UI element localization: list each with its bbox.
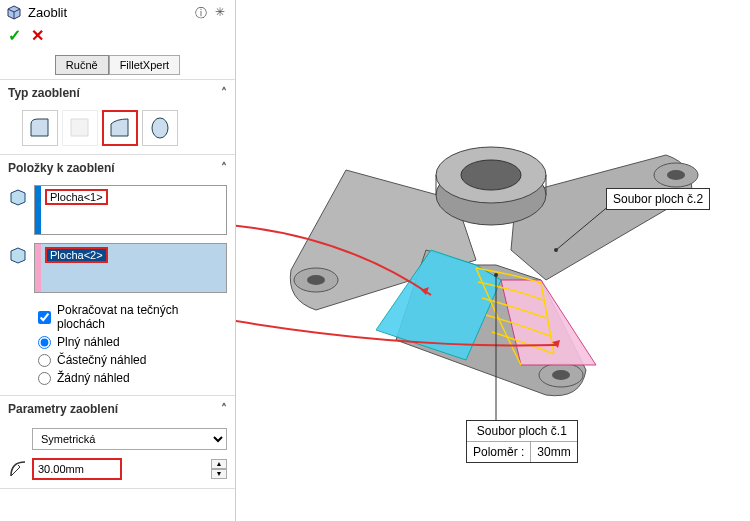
chevron-up-icon: ˄ (221, 86, 227, 100)
graphics-viewport[interactable]: Soubor ploch č.2 Soubor ploch č.1 Polomě… (236, 0, 750, 521)
face-set-1-row: Plocha<1> (8, 185, 227, 235)
callout-face-set-2[interactable]: Soubor ploch č.2 (606, 188, 710, 210)
cancel-button[interactable]: ✕ (31, 26, 44, 45)
section-params: Parametry zaoblení ˄ Symetrická ▲▼ (0, 396, 235, 489)
ok-button[interactable]: ✓ (8, 26, 21, 45)
svg-point-7 (667, 170, 685, 180)
ok-cancel-row: ✓ ✕ (0, 24, 235, 51)
tangent-propagation-checkbox[interactable]: Pokračovat na tečných plochách (8, 301, 227, 333)
symmetry-select[interactable]: Symetrická (32, 428, 227, 450)
type-face-fillet[interactable] (102, 110, 138, 146)
svg-point-13 (554, 248, 558, 252)
face-1-entry[interactable]: Plocha<1> (45, 189, 108, 205)
svg-point-0 (152, 118, 168, 138)
svg-point-3 (461, 160, 521, 190)
tab-filletxpert[interactable]: FilletXpert (109, 55, 181, 75)
panel-title: Zaoblit (28, 5, 189, 20)
help-icon[interactable]: ⓘ (195, 5, 209, 19)
radius-input[interactable] (32, 458, 122, 480)
face-set-icon (8, 187, 28, 207)
type-full-round[interactable] (142, 110, 178, 146)
face-set-2-list[interactable]: Plocha<2> (34, 243, 227, 293)
type-constant-radius[interactable] (22, 110, 58, 146)
chevron-up-icon: ˄ (221, 402, 227, 416)
face-2-entry[interactable]: Plocha<2> (45, 247, 108, 263)
type-variable-radius[interactable] (62, 110, 98, 146)
section-fillet-type: Typ zaoblení ˄ (0, 80, 235, 155)
section-header-params[interactable]: Parametry zaoblení ˄ (0, 396, 235, 422)
svg-point-5 (307, 275, 325, 285)
chevron-up-icon: ˄ (221, 161, 227, 175)
svg-point-9 (552, 370, 570, 380)
radius-spinner[interactable]: ▲▼ (211, 459, 227, 479)
radius-icon (8, 459, 28, 479)
section-items: Položky k zaoblení ˄ Plocha<1> Plocha<2>… (0, 155, 235, 396)
mode-tabs: Ručně FilletXpert (0, 51, 235, 80)
property-panel: Zaoblit ⓘ ✳ ✓ ✕ Ručně FilletXpert Typ za… (0, 0, 236, 521)
svg-point-11 (494, 273, 498, 277)
favorite-icon[interactable]: ✳ (215, 5, 229, 19)
face-set-2-row: Plocha<2> (8, 243, 227, 293)
callout-face-set-1[interactable]: Soubor ploch č.1 Poloměr : 30mm (466, 420, 578, 463)
preview-none-radio[interactable]: Žádný náhled (8, 369, 227, 387)
preview-full-radio[interactable]: Plný náhled (8, 333, 227, 351)
fillet-feature-icon (6, 4, 22, 20)
fillet-type-buttons (8, 110, 227, 146)
face-set-icon (8, 245, 28, 265)
callout-radius-value[interactable]: 30mm (531, 442, 576, 462)
section-header-type[interactable]: Typ zaoblení ˄ (0, 80, 235, 106)
preview-partial-radio[interactable]: Částečný náhled (8, 351, 227, 369)
section-header-items[interactable]: Položky k zaoblení ˄ (0, 155, 235, 181)
face-set-1-list[interactable]: Plocha<1> (34, 185, 227, 235)
panel-header: Zaoblit ⓘ ✳ (0, 0, 235, 24)
tab-manual[interactable]: Ručně (55, 55, 109, 75)
